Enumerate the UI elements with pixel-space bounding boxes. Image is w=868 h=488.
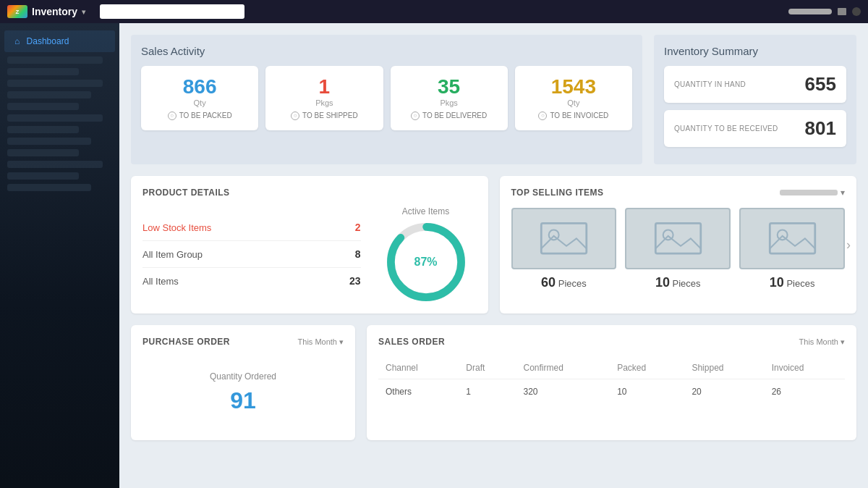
top-selling-item-1: 60 Pieces bbox=[511, 208, 617, 290]
purchase-order-title: PURCHASE ORDER bbox=[142, 337, 230, 347]
item-qty-2: 10 Pieces bbox=[655, 275, 701, 290]
search-input[interactable] bbox=[100, 4, 244, 19]
invoiced-unit: Qty bbox=[522, 98, 625, 107]
donut-label: Active Items bbox=[402, 206, 449, 216]
delivered-value: 35 bbox=[398, 76, 501, 98]
col-packed: Packed bbox=[610, 357, 684, 379]
sidebar-item-bar-4 bbox=[7, 91, 91, 98]
inv-row-received: QUANTITY TO BE RECEIVED 801 bbox=[664, 110, 846, 147]
delivered-unit: Pkgs bbox=[398, 98, 501, 107]
window-controls bbox=[788, 7, 861, 16]
top-selling-items: 60 Pieces bbox=[511, 208, 846, 290]
item-unit-2: Pieces bbox=[673, 278, 701, 289]
shipped-value: 1 bbox=[273, 76, 375, 98]
sales-order-header: SALES ORDER This Month ▾ bbox=[378, 337, 845, 347]
inv-hand-label: QUANTITY IN HAND bbox=[674, 80, 746, 88]
sales-activity-panel: Sales Activity 866 Qty ○ TO BE PACKED 1 bbox=[131, 35, 642, 164]
inv-received-label: QUANTITY TO BE RECEIVED bbox=[674, 125, 778, 132]
so-row-shipped: 20 bbox=[684, 379, 764, 405]
minimize-button[interactable] bbox=[838, 8, 846, 15]
stat-card-delivered: 35 Pkgs ○ TO BE DELIVERED bbox=[391, 66, 508, 130]
sales-order-table: Channel Draft Confirmed Packed Shipped I… bbox=[378, 357, 845, 404]
item-qty-3: 10 Pieces bbox=[770, 275, 815, 290]
filter-bar-icon bbox=[780, 190, 838, 195]
col-channel: Channel bbox=[378, 357, 459, 379]
po-qty-value: 91 bbox=[142, 387, 344, 414]
item-qty-value-1: 60 bbox=[541, 275, 556, 290]
low-stock-label[interactable]: Low Stock Items bbox=[142, 222, 211, 233]
product-list: Low Stock Items 2 All Item Group 8 All I… bbox=[142, 214, 361, 294]
app-dropdown-icon[interactable]: ▾ bbox=[82, 8, 85, 16]
svg-rect-2 bbox=[541, 224, 586, 254]
packed-value: 866 bbox=[148, 76, 251, 98]
item-placeholder-svg-3 bbox=[762, 221, 823, 256]
scrollbar-indicator bbox=[788, 9, 832, 14]
sales-activity-title: Sales Activity bbox=[141, 45, 632, 57]
all-items-value: 23 bbox=[349, 275, 361, 287]
stat-card-invoiced: 1543 Qty ○ TO BE INVOICED bbox=[515, 66, 632, 130]
col-draft: Draft bbox=[459, 357, 516, 379]
table-row: Others 1 320 10 20 26 bbox=[378, 379, 845, 405]
shipped-icon: ○ bbox=[291, 112, 299, 120]
item-image-3 bbox=[739, 208, 845, 269]
item-placeholder-svg-2 bbox=[647, 221, 709, 256]
mid-section: PRODUCT DETAILS Low Stock Items 2 All It… bbox=[131, 176, 856, 314]
product-details-inner: Low Stock Items 2 All Item Group 8 All I… bbox=[142, 206, 477, 302]
packed-label: ○ TO BE PACKED bbox=[148, 112, 251, 120]
item-image-2 bbox=[625, 208, 731, 269]
item-image-1 bbox=[511, 208, 617, 269]
sidebar-item-bar-1 bbox=[7, 56, 103, 64]
item-group-label: All Item Group bbox=[142, 249, 203, 260]
top-selling-header: TOP SELLING ITEMS ▾ bbox=[511, 188, 846, 198]
so-filter-icon: ▾ bbox=[841, 337, 845, 347]
product-row-item-group: All Item Group 8 bbox=[142, 241, 361, 268]
purchase-order-panel: PURCHASE ORDER This Month ▾ Quantity Ord… bbox=[131, 325, 355, 440]
close-button[interactable] bbox=[852, 7, 861, 16]
product-row-low-stock: Low Stock Items 2 bbox=[142, 214, 361, 241]
sidebar-item-bar-6 bbox=[7, 114, 103, 122]
sidebar-item-bar-10 bbox=[7, 161, 103, 168]
stat-card-shipped: 1 Pkgs ○ TO BE SHIPPED bbox=[265, 66, 383, 130]
sidebar-item-dashboard[interactable]: ⌂ Dashboard bbox=[4, 30, 115, 52]
filter-dropdown-icon: ▾ bbox=[841, 188, 845, 198]
main-content: Sales Activity 866 Qty ○ TO BE PACKED 1 bbox=[119, 23, 868, 488]
so-row-channel: Others bbox=[378, 379, 459, 405]
item-qty-value-2: 10 bbox=[655, 275, 670, 290]
po-qty-label: Quantity Ordered bbox=[142, 371, 344, 382]
donut-percent: 87% bbox=[414, 256, 437, 269]
packed-icon: ○ bbox=[168, 112, 176, 120]
logo-area: Z Inventory ▾ bbox=[7, 5, 85, 18]
sidebar-item-bar-3 bbox=[7, 80, 103, 87]
top-selling-filter[interactable]: ▾ bbox=[780, 188, 845, 198]
donut-chart: 87% bbox=[386, 222, 466, 302]
sidebar-item-bar-12 bbox=[7, 184, 91, 191]
top-section: Sales Activity 866 Qty ○ TO BE PACKED 1 bbox=[131, 35, 856, 164]
purchase-order-filter[interactable]: This Month ▾ bbox=[298, 337, 344, 347]
home-icon: ⌂ bbox=[14, 36, 20, 46]
donut-chart-area: Active Items 87% bbox=[375, 206, 477, 302]
top-selling-item-3: 10 Pieces bbox=[739, 208, 845, 290]
sidebar-item-bar-2 bbox=[7, 68, 79, 75]
shipped-label: ○ TO BE SHIPPED bbox=[273, 112, 375, 120]
inv-hand-value: 655 bbox=[805, 73, 836, 96]
item-placeholder-svg-1 bbox=[533, 221, 595, 256]
inventory-summary-title: Inventory Summary bbox=[664, 45, 846, 57]
top-selling-item-2: 10 Pieces bbox=[625, 208, 731, 290]
so-row-invoiced: 26 bbox=[765, 379, 845, 405]
inventory-summary-panel: Inventory Summary QUANTITY IN HAND 655 Q… bbox=[654, 35, 856, 164]
carousel-next-arrow[interactable]: › bbox=[846, 237, 851, 253]
so-row-confirmed: 320 bbox=[516, 379, 610, 405]
item-unit-1: Pieces bbox=[558, 278, 587, 289]
col-confirmed: Confirmed bbox=[516, 357, 610, 379]
sidebar-item-bar-8 bbox=[7, 138, 91, 145]
col-invoiced: Invoiced bbox=[765, 357, 845, 379]
inv-received-value: 801 bbox=[805, 117, 836, 140]
sidebar-item-bar-9 bbox=[7, 149, 79, 156]
sales-order-filter[interactable]: This Month ▾ bbox=[799, 337, 845, 347]
product-details-panel: PRODUCT DETAILS Low Stock Items 2 All It… bbox=[131, 176, 488, 314]
po-content: Quantity Ordered 91 bbox=[142, 357, 344, 429]
zoho-logo: Z bbox=[7, 5, 27, 18]
invoiced-label: ○ TO BE INVOICED bbox=[522, 112, 625, 120]
packed-unit: Qty bbox=[148, 98, 251, 107]
po-filter-icon: ▾ bbox=[339, 337, 344, 347]
